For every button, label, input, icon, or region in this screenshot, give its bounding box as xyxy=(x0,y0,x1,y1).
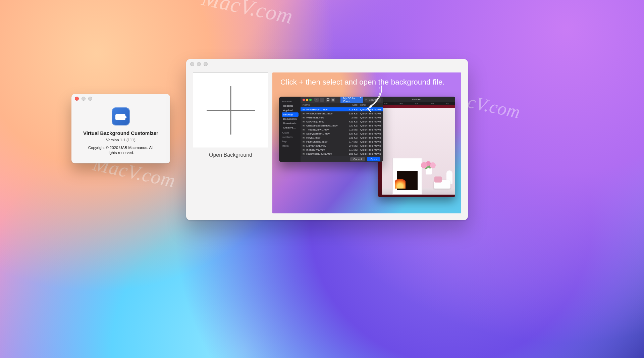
file-size: 186 KB xyxy=(344,152,358,155)
file-name: UnexpectedShadow1.mov xyxy=(306,124,344,127)
main-window: Open Background Click + then select and … xyxy=(186,59,468,220)
editor-title: Untitled xyxy=(378,97,455,102)
flame-graphic xyxy=(395,177,406,189)
ruler-tick: 300 xyxy=(399,103,403,105)
sidebar-section-favorites: Favorites xyxy=(282,100,299,103)
file-size: 338 KB xyxy=(344,112,358,115)
ruler-tick: 500 xyxy=(415,103,418,105)
ruler-tick: 900 xyxy=(446,103,449,105)
about-titlebar[interactable] xyxy=(71,94,170,103)
file-size: 433 KB xyxy=(344,120,358,123)
file-kind: QuickTime movie xyxy=(358,132,381,135)
finder-file-list[interactable]: WhiteRoom1.mov413 KBQuickTime movieWhite… xyxy=(301,107,383,156)
file-name: ScaryScream1.mov xyxy=(306,132,344,135)
movie-icon xyxy=(303,153,305,155)
open-button[interactable]: Open xyxy=(367,157,380,161)
minimize-button[interactable] xyxy=(306,99,308,101)
file-size: 3 MB xyxy=(344,116,358,119)
zoom-button[interactable] xyxy=(204,62,208,66)
file-size: 1,7 MB xyxy=(344,140,358,143)
about-window: Virtual Background Customizer Version 1.… xyxy=(71,94,170,163)
file-size: 413 KB xyxy=(344,108,358,111)
sidebar-item-creative[interactable]: Creative… xyxy=(282,125,299,130)
file-name: TheSeaView1.mov xyxy=(306,128,344,131)
search-input[interactable]: Search xyxy=(364,98,381,102)
zoom-button[interactable] xyxy=(309,99,312,101)
column-size[interactable]: Size xyxy=(344,103,358,106)
minimize-button[interactable] xyxy=(197,62,201,66)
movie-icon xyxy=(303,145,305,147)
file-kind: QuickTime movie xyxy=(358,108,381,111)
instruction-text: Click + then select and open the backgro… xyxy=(280,78,453,87)
file-row[interactable]: PalmShade1.mov1,7 MBQuickTime movie xyxy=(301,140,383,144)
column-kind[interactable]: Kind xyxy=(358,103,381,106)
app-version: Version 1.1 (111) xyxy=(106,138,136,142)
cancel-button[interactable]: Cancel xyxy=(350,157,365,161)
sidebar-item-applications[interactable]: Applicati… xyxy=(282,108,299,112)
scene-preview xyxy=(378,105,455,197)
main-titlebar[interactable] xyxy=(186,59,468,69)
file-row[interactable]: UnexpectedShadow1.mov222 KBQuickTime mov… xyxy=(301,123,383,127)
sidebar-section-locations: Locations xyxy=(282,136,299,139)
file-kind: QuickTime movie xyxy=(358,112,381,115)
file-kind: QuickTime movie xyxy=(358,140,381,143)
file-row[interactable]: WhiteRoom1.mov413 KBQuickTime movie xyxy=(301,107,383,111)
ruler-tick: 100 xyxy=(384,103,387,105)
movie-icon xyxy=(303,141,305,143)
file-row[interactable]: HalloweenSkull1.mov186 KBQuickTime movie xyxy=(301,152,383,156)
file-kind: QuickTime movie xyxy=(358,152,381,155)
sidebar-item-desktop[interactable]: Desktop xyxy=(282,112,299,117)
file-kind: QuickTime movie xyxy=(358,124,381,127)
finder-column-header[interactable]: Name Size Kind xyxy=(301,103,383,107)
zoom-button[interactable] xyxy=(88,97,92,101)
file-name: WhiteChristmas1.mov xyxy=(306,112,344,115)
movie-icon xyxy=(303,121,305,122)
open-column: Open Background xyxy=(193,72,268,213)
file-row[interactable]: TheSeaView1.mov1,3 MBQuickTime movie xyxy=(301,127,383,132)
close-button[interactable] xyxy=(75,97,79,101)
fireplace-graphic xyxy=(392,158,422,195)
file-row[interactable]: ScaryScream1.mov527 KBQuickTime movie xyxy=(301,132,383,136)
app-icon xyxy=(112,107,130,125)
file-kind: QuickTime movie xyxy=(358,136,381,139)
finder-sidebar: Favorites Recents Applicati… Desktop Doc… xyxy=(279,97,301,162)
file-kind: QuickTime movie xyxy=(358,116,381,119)
movie-icon xyxy=(303,125,305,126)
view-list-button[interactable]: ≣ xyxy=(326,98,330,102)
close-button[interactable] xyxy=(303,99,305,101)
sidebar-item-documents[interactable]: Documents xyxy=(282,117,299,121)
watermark-text: MacV.com xyxy=(200,0,295,29)
view-grid-button[interactable]: ▦ xyxy=(331,98,335,102)
sidebar-item-downloads[interactable]: Downloads xyxy=(282,121,299,125)
nav-back-button[interactable]: ‹ xyxy=(314,98,319,102)
file-row[interactable]: Royal1.mov331 KBQuickTime movie xyxy=(301,136,383,140)
file-size: 1,3 MB xyxy=(344,128,358,131)
file-name: InTheSky1.mov xyxy=(306,148,344,151)
sidebar-section-media: Media xyxy=(282,144,299,147)
minimize-button[interactable] xyxy=(82,97,86,101)
nav-forward-button[interactable]: › xyxy=(320,98,324,102)
file-kind: QuickTime movie xyxy=(358,148,381,151)
movie-icon xyxy=(303,137,305,139)
file-size: 331 KB xyxy=(344,136,358,139)
movie-icon xyxy=(303,133,305,135)
ruler-tick: 700 xyxy=(430,103,434,105)
file-row[interactable]: USAFlag1.mov433 KBQuickTime movie xyxy=(301,119,383,123)
file-row[interactable]: InTheSky1.mov1,1 MBQuickTime movie xyxy=(301,148,383,152)
chair-graphic xyxy=(432,170,453,193)
movie-icon xyxy=(303,149,305,151)
file-row[interactable]: Waterfall1.mov3 MBQuickTime movie xyxy=(301,115,383,119)
folder-select[interactable]: My BG for Zoom xyxy=(340,97,363,103)
open-background-button[interactable] xyxy=(193,72,268,148)
sidebar-section-icloud: iCloud xyxy=(282,131,299,134)
file-row[interactable]: LightShow1.mov2,4 MBQuickTime movie xyxy=(301,144,383,148)
movie-icon xyxy=(303,129,305,131)
sidebar-item-recents[interactable]: Recents xyxy=(282,104,299,108)
movie-icon xyxy=(303,109,305,110)
close-button[interactable] xyxy=(190,62,194,66)
finder-main: ‹ › ≣ ▦ My BG for Zoom Search Name Size … xyxy=(301,97,383,162)
column-name[interactable]: Name xyxy=(303,103,344,106)
file-size: 2,4 MB xyxy=(344,144,358,147)
file-row[interactable]: WhiteChristmas1.mov338 KBQuickTime movie xyxy=(301,111,383,115)
editor-ruler: 100 300 500 700 900 xyxy=(378,102,455,105)
